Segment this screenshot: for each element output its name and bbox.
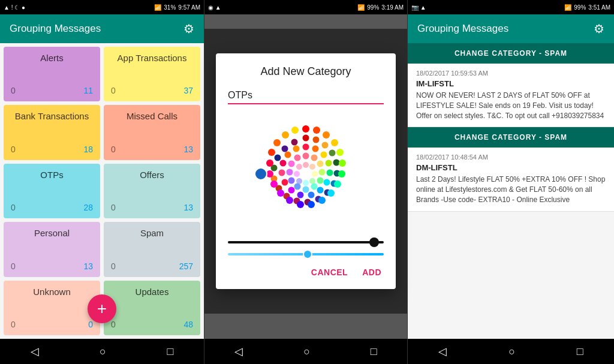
category-counts-offers: 0 13 [111,203,193,212]
category-updates[interactable]: Updates 0 48 [104,281,200,335]
svg-point-59 [339,160,346,167]
status-bar-middle: ◉ ▲ 📶 99% 3:19 AM [204,0,407,14]
cancel-button[interactable]: CANCEL [309,263,350,282]
category-counts-otps: 0 28 [11,203,93,212]
nav-bar-left: ◁ ○ □ [0,339,204,364]
svg-point-28 [308,192,315,198]
category-bank-transactions[interactable]: Bank Transactions 0 18 [4,105,100,160]
category-counts-updates: 0 48 [111,320,193,329]
nav-bar-middle: ◁ ○ □ [204,339,407,364]
message-body-1: NOW OR NEVER! LAST 2 DAYS of FLAT 50% OF… [416,91,606,121]
home-icon-left[interactable]: ○ [100,345,106,358]
message-body-2: Last 2 Days! Lifestyle FLAT 50% +EXTRA 1… [416,175,606,204]
svg-point-33 [280,160,287,167]
add-category-dialog: Add New Category [216,53,396,289]
nav-bar-right: ◁ ○ □ [408,339,614,364]
brightness-thumb[interactable] [369,237,379,247]
message-date-1: 18/02/2017 10:59:53 AM [416,70,606,77]
color-wheel-svg[interactable] [246,114,366,234]
category-unknown[interactable]: Unknown 0 0 [4,281,100,335]
message-sender-2: DM-LIFSTL [416,163,606,172]
app-title-left: Grouping Messages [10,23,101,35]
message-group-1: CHANGE CATEGORY - SPAM 18/02/2017 10:59:… [408,43,614,127]
add-category-fab[interactable]: + [88,294,116,323]
category-app-transactions[interactable]: App Transactions 0 37 [104,47,200,101]
category-name-input[interactable] [228,88,384,104]
add-button[interactable]: ADD [360,263,384,282]
category-counts-alerts: 0 11 [11,86,93,95]
svg-point-23 [321,152,327,158]
category-personal[interactable]: Personal 0 13 [4,222,100,276]
svg-point-34 [285,152,291,158]
svg-point-18 [287,169,293,176]
category-name-offers: Offers [111,170,193,180]
svg-point-0 [301,169,311,179]
status-icons-left: ▲ ! ☾ ● [4,4,25,11]
svg-point-58 [336,149,344,156]
category-counts-unknown: 0 0 [11,320,93,329]
svg-point-54 [302,125,309,133]
svg-point-25 [327,170,333,176]
svg-point-13 [317,178,324,184]
status-bar-left: ▲ ! ☾ ● 📶 31% 9:57 AM [0,0,204,14]
category-name-bank-tx: Bank Transactions [11,111,93,121]
status-bar-right: 📷 ▲ 📶 99% 3:51 AM [408,0,614,14]
brightness-slider-container [228,241,384,255]
svg-point-68 [270,181,278,188]
recent-icon-middle[interactable]: □ [371,345,377,358]
color-thumb[interactable] [303,249,312,259]
gear-icon-left[interactable]: ⚙ [183,22,194,36]
svg-point-56 [323,131,330,139]
svg-point-53 [291,139,298,146]
svg-point-22 [312,146,319,152]
message-sender-1: IM-LIFSTL [416,79,606,88]
recent-icon-right[interactable]: □ [577,345,583,358]
back-icon-middle[interactable]: ◁ [234,345,243,358]
svg-point-1 [303,162,309,168]
category-alerts[interactable]: Alerts 0 11 [4,47,100,101]
home-icon-right[interactable]: ○ [508,345,515,358]
svg-point-62 [327,189,335,197]
color-wheel-container[interactable] [228,114,384,234]
svg-point-32 [279,170,285,176]
category-missed-calls[interactable]: Missed Calls 0 13 [104,105,200,160]
app-bar-left: Grouping Messages ⚙ [0,14,204,43]
color-slider-track[interactable] [228,253,384,255]
category-otps[interactable]: OTPs 0 28 [4,164,100,218]
brightness-track[interactable] [228,241,384,243]
svg-point-60 [338,170,345,178]
svg-point-31 [282,179,288,186]
svg-point-51 [275,155,281,161]
recent-icon-left[interactable]: □ [167,345,173,358]
change-category-btn-2[interactable]: CHANGE CATEGORY - SPAM [408,127,614,148]
svg-point-57 [331,139,338,146]
svg-point-4 [309,178,315,184]
svg-point-37 [313,137,320,143]
category-counts-bank-tx: 0 18 [11,145,93,154]
gear-icon-right[interactable]: ⚙ [594,22,604,36]
svg-point-2 [309,164,315,170]
svg-point-74 [291,127,299,134]
messages-list: CHANGE CATEGORY - SPAM 18/02/2017 10:59:… [408,43,614,339]
message-date-2: 18/02/2017 10:48:54 AM [416,154,606,161]
svg-point-35 [293,146,300,152]
category-name-personal: Personal [11,228,93,238]
message-card-2[interactable]: 18/02/2017 10:48:54 AM DM-LIFSTL Last 2 … [408,148,614,211]
change-category-btn-1[interactable]: CHANGE CATEGORY - SPAM [408,43,614,64]
message-card-1[interactable]: 18/02/2017 10:59:53 AM IM-LIFSTL NOW OR … [408,64,614,127]
svg-point-55 [313,127,320,134]
home-icon-middle[interactable]: ○ [303,345,310,358]
app-bar-right: Grouping Messages ⚙ [408,14,614,43]
category-offers[interactable]: Offers 0 13 [104,164,200,218]
svg-point-21 [303,144,309,151]
screen-left: ▲ ! ☾ ● 📶 31% 9:57 AM Grouping Messages … [0,0,204,364]
svg-point-70 [266,160,273,167]
svg-point-64 [308,201,315,208]
svg-point-63 [318,197,326,204]
back-icon-right[interactable]: ◁ [438,345,447,358]
back-icon-left[interactable]: ◁ [31,345,39,358]
svg-point-9 [303,153,309,160]
svg-point-67 [277,189,284,197]
category-spam[interactable]: Spam 0 257 [104,222,200,276]
svg-point-8 [296,164,302,170]
